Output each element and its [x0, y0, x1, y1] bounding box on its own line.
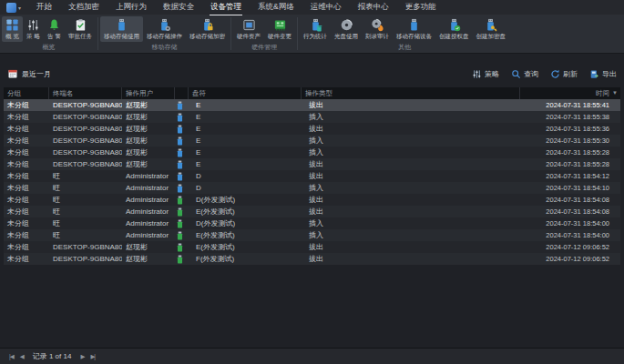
- usb-drive-blue-icon: [175, 125, 192, 134]
- table-row[interactable]: 未分组DESKTOP-9GBNA80赵现彬E插入2024-07-31 18:55…: [4, 135, 620, 147]
- nav-prev-button[interactable]: ◀: [20, 353, 24, 360]
- disc-burn-icon: [371, 18, 384, 32]
- mobile-storage-usage-button[interactable]: 移动存储使用: [100, 16, 143, 42]
- policy-action-button-label: 策略: [485, 69, 499, 79]
- table-row[interactable]: 未分组DESKTOP-9GBNA80赵现彬E(外发测试)拔出2024-07-12…: [4, 241, 620, 253]
- table-row[interactable]: 未分组旺AdministratorD插入2024-07-31 18:54:10: [4, 182, 620, 194]
- app-menu-caret-icon[interactable]: ▾: [18, 5, 21, 11]
- search-action-button[interactable]: 查询: [511, 69, 538, 79]
- row-drive-cell: E(外发测试): [192, 242, 305, 252]
- nav-first-button[interactable]: |◀: [9, 353, 14, 360]
- menu-tab-report-center[interactable]: 报表中心: [350, 0, 397, 15]
- records-grid: 分组终端名操作用户盘符操作类型时间▼ 未分组DESKTOP-9GBNA80赵现彬…: [4, 87, 620, 265]
- menubar: ▾ 开始文档加密上网行为数据安全设备管理系统&网络运维中心报表中心更多功能: [0, 0, 624, 15]
- mobile-storage-usage-button-label: 移动存储使用: [104, 33, 139, 41]
- menu-tab-data-security[interactable]: 数据安全: [155, 0, 202, 15]
- table-row[interactable]: 未分组旺AdministratorD(外发测试)拔出2024-07-31 18:…: [4, 194, 620, 206]
- usb-drive-blue-icon: [175, 160, 192, 169]
- nav-last-button[interactable]: ▶|: [90, 353, 95, 360]
- column-header-drive-label: 盘符: [192, 89, 206, 98]
- sliders-small-icon: [472, 69, 482, 79]
- menu-tab-device-management[interactable]: 设备管理: [202, 0, 250, 15]
- table-row[interactable]: 未分组DESKTOP-9GBNA80赵现彬E插入2024-07-31 18:55…: [4, 147, 620, 158]
- menu-tab-start[interactable]: 开始: [28, 0, 60, 15]
- mobile-storage-operation-button[interactable]: 移动存储操作: [143, 16, 186, 42]
- approval-tasks-button[interactable]: 审批任务: [65, 16, 96, 42]
- row-user-cell: 赵现彬: [122, 100, 175, 110]
- search-icon: [511, 69, 521, 79]
- row-drive-cell: E: [192, 160, 305, 168]
- refresh-action-button[interactable]: 刷新: [550, 69, 578, 79]
- hardware-changes-button[interactable]: 硬件变更: [264, 16, 295, 42]
- usb-drive-blue-icon: [175, 113, 192, 122]
- row-time-cell: 2024-07-31 18:54:08: [524, 196, 620, 204]
- column-header-operation-type[interactable]: 操作类型: [302, 87, 520, 99]
- disc-usage-button[interactable]: 光盘使用: [331, 16, 362, 42]
- row-operation-type-cell: 插入: [305, 112, 524, 122]
- row-time-cell: 2024-07-31 18:55:36: [524, 125, 620, 133]
- row-terminal-cell: 旺: [49, 195, 122, 205]
- table-row[interactable]: 未分组DESKTOP-9GBNA80赵现彬F(外发测试)拔出2024-07-12…: [4, 253, 620, 265]
- ribbon-group: 移动存储使用移动存储操作移动存储加密移动存储: [100, 15, 229, 53]
- mobile-storage-device-button[interactable]: 移动存储设备: [393, 16, 435, 42]
- ribbon-group-label: 移动存储: [100, 43, 229, 53]
- column-header-drive[interactable]: 盘符: [189, 87, 302, 99]
- usb-operation-icon: [158, 18, 171, 32]
- app-logo-icon[interactable]: [6, 3, 16, 13]
- menu-tab-more-functions[interactable]: 更多功能: [397, 0, 445, 15]
- ribbon-group: 行为统计光盘使用刻录审计移动存储设备创建授权盘创建加密盘其他: [300, 15, 509, 53]
- menu-tab-system-network[interactable]: 系统&网络: [250, 0, 302, 15]
- export-action-button-label: 导出: [602, 69, 617, 79]
- column-header-user[interactable]: 操作用户: [122, 87, 175, 99]
- ribbon-group-divider: [230, 17, 231, 50]
- create-auth-disk-button-label: 创建授权盘: [439, 33, 469, 41]
- hardware-assets-button[interactable]: 硬件资产: [233, 16, 264, 42]
- policy-button[interactable]: 策 略: [23, 16, 44, 42]
- create-encrypted-disk-button[interactable]: 创建加密盘: [473, 16, 510, 42]
- table-row[interactable]: 未分组DESKTOP-9GBNA80赵现彬E拔出2024-07-31 18:55…: [4, 158, 620, 170]
- menu-tab-internet-behavior[interactable]: 上网行为: [107, 0, 155, 15]
- table-row[interactable]: 未分组旺AdministratorE(外发测试)插入2024-07-31 18:…: [4, 229, 620, 241]
- menu-tab-doc-encryption[interactable]: 文档加密: [60, 0, 107, 15]
- ribbon-group-divider: [297, 17, 298, 50]
- row-drive-cell: E: [192, 136, 305, 145]
- row-group-cell: 未分组: [4, 230, 49, 240]
- record-count-label: 记录 1 of 14: [33, 351, 72, 361]
- toolbar-actions: 策略查询刷新导出: [472, 69, 617, 79]
- alert-button[interactable]: 告 警: [44, 16, 65, 42]
- hardware-changes-button-label: 硬件变更: [268, 33, 292, 41]
- column-header-icon[interactable]: [175, 87, 189, 99]
- date-range-filter[interactable]: 最近一月: [7, 68, 51, 79]
- export-action-button[interactable]: 导出: [589, 69, 617, 79]
- mobile-storage-encrypt-button[interactable]: 移动存储加密: [186, 16, 229, 42]
- mobile-storage-operation-button-label: 移动存储操作: [147, 33, 182, 41]
- ribbon-group-label: 其他: [300, 43, 509, 53]
- alert-button-label: 告 警: [47, 33, 61, 41]
- table-row[interactable]: 未分组旺AdministratorE(外发测试)拔出2024-07-31 18:…: [4, 206, 620, 217]
- row-group-cell: 未分组: [4, 195, 49, 205]
- usb-drive-green-icon: [175, 219, 192, 228]
- create-auth-disk-button[interactable]: 创建授权盘: [435, 16, 473, 42]
- column-header-time[interactable]: 时间▼: [520, 87, 620, 99]
- overview-button[interactable]: 概 览: [2, 16, 23, 42]
- usb-usage-icon: [115, 18, 128, 32]
- policy-action-button[interactable]: 策略: [472, 69, 499, 79]
- column-header-terminal[interactable]: 终端名: [49, 87, 122, 99]
- burn-audit-button-label: 刻录审计: [365, 33, 389, 41]
- table-row[interactable]: 未分组DESKTOP-9GBNA80赵现彬E拔出2024-07-31 18:55…: [4, 99, 620, 111]
- burn-audit-button[interactable]: 刻录审计: [362, 16, 393, 42]
- menu-tab-ops-center[interactable]: 运维中心: [302, 0, 350, 15]
- table-row[interactable]: 未分组旺AdministratorD拔出2024-07-31 18:54:12: [4, 170, 620, 182]
- row-operation-type-cell: 拔出: [305, 254, 524, 264]
- usb-key-icon: [484, 18, 497, 32]
- behavior-stats-button[interactable]: 行为统计: [300, 16, 331, 42]
- row-group-cell: 未分组: [4, 136, 49, 146]
- approval-clipboard-icon: [74, 18, 87, 32]
- table-row[interactable]: 未分组DESKTOP-9GBNA80赵现彬E插入2024-07-31 18:55…: [4, 111, 620, 123]
- usb-stats-icon: [309, 18, 322, 32]
- table-row[interactable]: 未分组DESKTOP-9GBNA80赵现彬E拔出2024-07-31 18:55…: [4, 123, 620, 135]
- nav-next-button[interactable]: ▶: [80, 353, 84, 360]
- row-terminal-cell: 旺: [49, 183, 122, 193]
- column-header-group[interactable]: 分组: [4, 87, 49, 99]
- table-row[interactable]: 未分组旺AdministratorD(外发测试)插入2024-07-31 18:…: [4, 217, 620, 229]
